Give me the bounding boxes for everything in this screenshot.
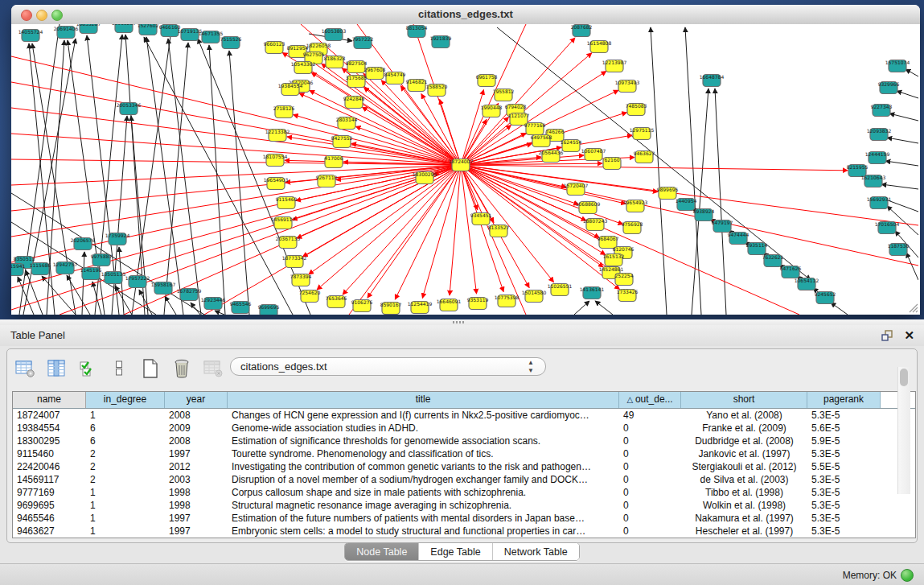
column-header-in_degree[interactable]: in_degree — [86, 392, 165, 408]
cell-in_degree[interactable]: 1 — [86, 512, 165, 525]
cell-in_degree[interactable]: 2 — [86, 447, 165, 460]
graph-node[interactable]: 10853287 — [76, 24, 101, 34]
graph-node[interactable]: 9242848 — [343, 96, 365, 109]
graph-node[interactable]: 62160 — [603, 157, 621, 170]
graph-node[interactable]: 10775398 — [495, 295, 519, 307]
graph-node[interactable]: 16210643 — [861, 175, 886, 187]
graph-node[interactable]: 13505135 — [101, 271, 126, 284]
graph-node[interactable]: 1990448 — [481, 105, 503, 117]
graph-node[interactable]: 9756928 — [622, 221, 643, 234]
graph-node[interactable]: 9699695 — [258, 304, 280, 315]
cell-short[interactable]: Stergiakouli et al. (2012) — [681, 460, 807, 473]
cell-title[interactable]: Structural magnetic resonance image aver… — [228, 499, 619, 512]
graph-node[interactable]: 11254419 — [408, 301, 433, 314]
table-row[interactable]: 1872400712008Changes of HCN gene express… — [13, 409, 915, 422]
graph-node[interactable]: 9227343 — [871, 104, 893, 117]
graph-node[interactable]: 20053346 — [117, 102, 142, 115]
cell-year[interactable]: 1997 — [165, 512, 228, 525]
cell-year[interactable]: 1998 — [165, 486, 228, 499]
graph-node[interactable]: 18773342 — [282, 255, 307, 268]
graph-node[interactable]: 9106276 — [351, 299, 373, 312]
graph-node[interactable]: 6471626 — [780, 266, 802, 278]
graph-node[interactable]: 17359924 — [105, 233, 130, 245]
graph-node[interactable]: 8186328 — [324, 56, 346, 68]
cell-year[interactable]: 1997 — [165, 447, 228, 460]
graph-node[interactable]: 252254 — [615, 273, 634, 286]
cell-out_de[interactable]: 0 — [619, 447, 681, 460]
graph-node[interactable]: 9267110 — [316, 175, 338, 187]
cell-title[interactable]: Estimation of significance thresholds fo… — [228, 435, 619, 447]
cell-name[interactable]: 9465546 — [13, 512, 86, 525]
graph-node[interactable]: 16782759 — [177, 288, 202, 301]
graph-node[interactable]: 9146821 — [406, 79, 428, 92]
network-canvas[interactable]: 1405572420691406108532871095328715276026… — [11, 24, 920, 315]
table-row[interactable]: 977716911998Corpus callosum shape and si… — [13, 486, 915, 499]
cell-pagerank[interactable]: 5.3E-5 — [807, 473, 881, 486]
table-row[interactable]: 2242004622012Investigating the contribut… — [13, 460, 915, 473]
graph-node[interactable]: 20691406 — [54, 26, 79, 39]
graph-node[interactable]: 7485083 — [626, 103, 647, 116]
graph-node[interactable]: 14136141 — [580, 286, 605, 299]
graph-node[interactable]: 1624554 — [561, 139, 582, 152]
cell-name[interactable]: 9115460 — [13, 447, 86, 460]
graph-node[interactable]: 417006 — [325, 155, 343, 168]
graph-node[interactable]: 9329966 — [878, 81, 900, 94]
graph-node[interactable]: 20367133 — [276, 236, 301, 249]
graph-node[interactable]: 10973493 — [615, 80, 640, 93]
graph-node[interactable]: 17957222 — [125, 275, 150, 288]
graph-node[interactable]: 14055724 — [18, 29, 43, 42]
cell-title[interactable]: Investigating the contribution of common… — [228, 460, 619, 473]
graph-node[interactable]: 10543362 — [291, 61, 316, 74]
graph-node[interactable]: 6497568 — [531, 134, 552, 147]
table-row[interactable]: 969969511998Structural magnetic resonanc… — [13, 499, 915, 512]
cell-out_de[interactable]: 0 — [619, 512, 681, 525]
cell-name[interactable]: 18724007 — [13, 409, 86, 422]
tab-edge-table[interactable]: Edge Table — [419, 543, 492, 560]
cell-year[interactable]: 1998 — [165, 499, 228, 512]
graph-node[interactable]: 12093832 — [867, 128, 892, 141]
cell-short[interactable]: Franke et al. (2009) — [681, 422, 807, 435]
graph-node[interactable]: 2935114 — [746, 242, 768, 255]
graph-node[interactable]: 1115686 — [30, 262, 51, 275]
cell-in_degree[interactable]: 1 — [86, 525, 165, 538]
new-table-icon[interactable] — [139, 357, 162, 380]
graph-node[interactable]: 16053803 — [322, 28, 347, 41]
graph-node[interactable]: 10688609 — [576, 201, 601, 214]
graph-node[interactable]: 16154808 — [587, 40, 612, 53]
cell-name[interactable]: 18300295 — [13, 435, 86, 447]
graph-node[interactable]: 1588520 — [426, 84, 448, 97]
graph-node[interactable]: 2803144 — [336, 117, 358, 130]
graph-node[interactable]: 9899695 — [657, 187, 679, 200]
graph-node[interactable]: 2718126 — [273, 105, 295, 118]
cell-short[interactable]: de Silva et al. (2003) — [681, 473, 807, 486]
cell-out_de[interactable]: 0 — [619, 473, 681, 486]
graph-node[interactable]: 12942757 — [53, 262, 78, 274]
graph-node[interactable]: 12923446 — [201, 297, 226, 310]
cell-pagerank[interactable]: 5.3E-5 — [807, 447, 881, 460]
cell-short[interactable]: Tibbo et al. (1998) — [681, 486, 807, 499]
graph-hub-node[interactable]: 18724007 — [449, 159, 474, 171]
cell-name[interactable]: 14569117 — [13, 473, 86, 486]
graph-node[interactable]: 20206576 — [71, 237, 96, 250]
graph-node[interactable]: 8454749 — [384, 72, 406, 84]
cell-pagerank[interactable]: 5.3E-5 — [807, 409, 881, 422]
graph-node[interactable]: 9465546 — [230, 301, 252, 314]
memory-ok-indicator[interactable] — [901, 569, 914, 582]
graph-node[interactable]: 10953287 — [112, 24, 137, 33]
graph-node[interactable]: 12444159 — [865, 151, 890, 164]
graph-node[interactable]: 1615132 — [603, 253, 625, 266]
cell-out_de[interactable]: 0 — [619, 525, 681, 538]
rows-icon[interactable] — [108, 357, 130, 380]
table-row[interactable]: 1938455462009Genome-wide association stu… — [13, 422, 915, 435]
canvas-resize-grip[interactable] — [906, 300, 918, 313]
column-header-out_de[interactable]: △ out_de... — [619, 392, 681, 408]
graph-node[interactable]: 9975887 — [91, 253, 113, 266]
cell-pagerank[interactable]: 5.5E-5 — [807, 460, 881, 473]
graph-node[interactable]: 1145196 — [80, 267, 102, 280]
cell-year[interactable]: 2009 — [165, 422, 228, 435]
column-header-title[interactable]: title — [228, 392, 619, 408]
cell-name[interactable]: 9777169 — [13, 486, 86, 499]
cell-out_de[interactable]: 0 — [619, 486, 681, 499]
table-row[interactable]: 946362711997Embryonic stem cells: a mode… — [13, 525, 915, 538]
cell-name[interactable]: 9699695 — [13, 499, 86, 512]
